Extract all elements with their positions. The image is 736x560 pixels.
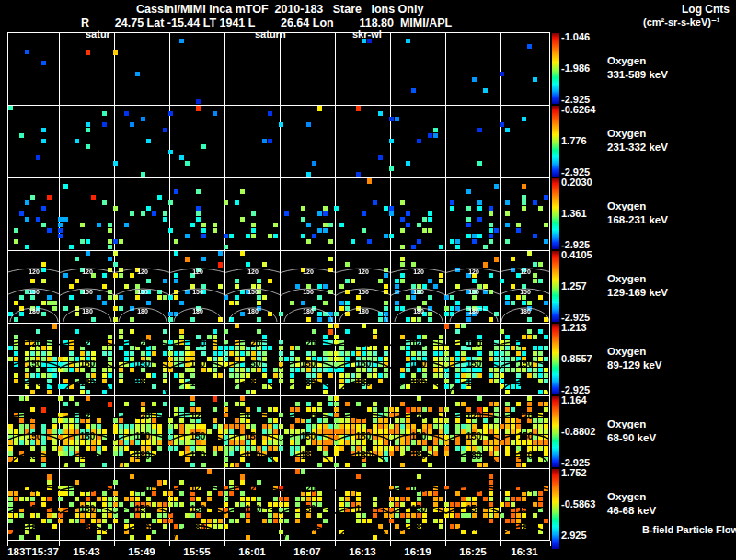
panel-colorbar xyxy=(552,33,559,104)
colorbar-label-mid: -0.5863 xyxy=(561,498,595,509)
time-tick-label: 16:01 xyxy=(238,546,265,557)
axis-tick xyxy=(114,541,115,546)
species-name: Oxygen xyxy=(607,345,661,359)
species-name: Oxygen xyxy=(607,272,668,286)
panel-spectrogram-canvas xyxy=(8,106,549,177)
panel-species-label: Oxygen129-169 keV xyxy=(607,272,668,300)
time-tick-label: 16:31 xyxy=(511,546,537,557)
panel-spectrogram-canvas xyxy=(8,178,549,249)
panel-colorbar xyxy=(552,178,559,249)
species-name: Oxygen xyxy=(607,490,656,504)
axis-tick xyxy=(280,541,281,546)
time-tick-label: 15:49 xyxy=(128,546,155,557)
species-name: Oxygen xyxy=(607,417,656,431)
species-name: Oxygen xyxy=(607,200,668,213)
colorbar-label-top: 0.2030 xyxy=(561,177,592,188)
colorbar-label-top: -0.6264 xyxy=(561,104,595,115)
panel-spectrogram-canvas xyxy=(8,33,549,104)
panel-species-label: Oxygen46-68 keV xyxy=(607,490,656,518)
colorbar-label-mid: -1.986 xyxy=(561,63,590,74)
colorbar-label-mid: 1.257 xyxy=(561,280,587,291)
colorbar-label-mid: 1.776 xyxy=(561,135,587,146)
axis-tick xyxy=(390,541,391,546)
panel-colorbar xyxy=(552,324,559,394)
colorbar-label-top: 1.752 xyxy=(561,467,587,478)
axis-tick xyxy=(59,541,60,546)
time-tick-label: 15:43 xyxy=(73,546,99,557)
time-tick-label: 16:07 xyxy=(293,546,320,557)
colorbar-label-mid: -0.8802 xyxy=(561,426,595,437)
panel-colorbar xyxy=(552,106,559,177)
inca-spectrogram-display: Cassini/MIMI Inca mTOF 2010-183 Stare Io… xyxy=(0,0,736,560)
colorbar-title: Log Cnts xyxy=(682,3,730,16)
colorbar-label-bottom: 2.925 xyxy=(561,530,587,541)
colorbar-units: (cm²-sr-s-keV)⁻¹ xyxy=(643,17,719,29)
colorbar-label-top: 1.164 xyxy=(561,394,587,406)
axis-tick xyxy=(500,541,501,546)
energy-range: 68-90 keV xyxy=(607,431,656,445)
axis-tick xyxy=(550,541,551,546)
time-tick-label: 16:19 xyxy=(404,546,431,557)
page-title: Cassini/MIMI Inca mTOF 2010-183 Stare Io… xyxy=(136,3,423,16)
panel-spectrogram-canvas xyxy=(8,396,549,467)
axis-tick xyxy=(224,541,225,546)
panel-colorbar xyxy=(552,396,559,467)
energy-range: 46-68 keV xyxy=(607,504,656,518)
energy-range: 89-129 keV xyxy=(607,359,661,372)
colorbar-label-mid: 0.8557 xyxy=(561,353,592,364)
axis-tick xyxy=(169,541,170,546)
colorbar-label-top: -1.046 xyxy=(561,31,590,42)
energy-range: 168-231 keV xyxy=(607,213,668,227)
colorbar-label-top: 0.4105 xyxy=(561,249,592,260)
panel-species-label: Oxygen68-90 keV xyxy=(607,417,656,445)
panel-species-label: Oxygen168-231 keV xyxy=(607,200,668,227)
panel-colorbar xyxy=(552,251,559,322)
panel-spectrogram-canvas xyxy=(8,251,549,322)
colorbar-label-mid: 1.361 xyxy=(561,208,587,219)
panel-species-label: Oxygen231-332 keV xyxy=(607,127,668,154)
bfield-flow-note: B-field Particle Flow xyxy=(642,524,736,535)
axis-tick xyxy=(335,541,336,546)
time-tick-label: 16:13 xyxy=(349,546,375,557)
panel-spectrogram-canvas xyxy=(8,469,549,540)
energy-range: 129-169 keV xyxy=(607,286,668,300)
ephemeris-readout: R 24.75 Lat -15.44 LT 1941 L 26.64 Lon 1… xyxy=(81,17,452,29)
panel-spectrogram-canvas xyxy=(8,324,549,394)
panel-species-label: Oxygen89-129 keV xyxy=(607,345,661,372)
panel-colorbar xyxy=(552,469,559,549)
energy-range: 331-589 keV xyxy=(607,68,668,82)
time-tick-label: 16:25 xyxy=(459,546,486,557)
axis-tick xyxy=(445,541,446,546)
species-name: Oxygen xyxy=(607,54,668,68)
time-tick-label: 15:55 xyxy=(183,546,210,557)
energy-range: 231-332 keV xyxy=(607,141,668,154)
species-name: Oxygen xyxy=(607,127,668,141)
colorbar-label-top: 1.213 xyxy=(561,322,587,333)
panel-species-label: Oxygen331-589 keV xyxy=(607,54,668,82)
time-tick-label: 183T15:37 xyxy=(7,546,59,557)
